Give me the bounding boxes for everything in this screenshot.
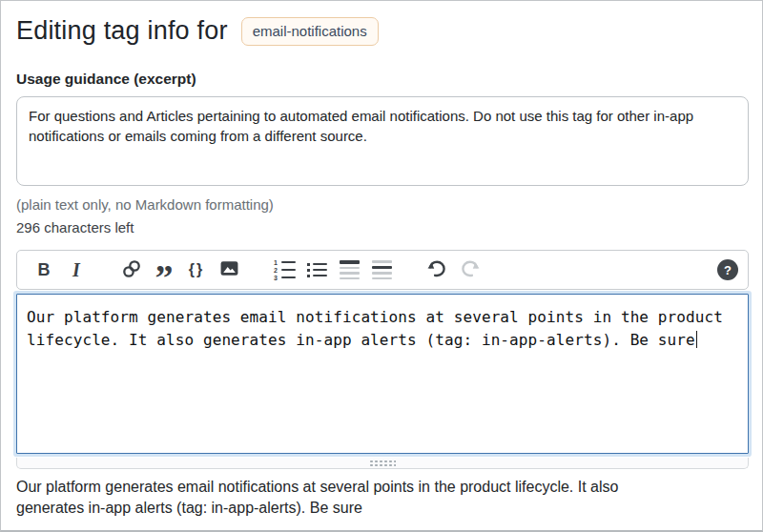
heading-icon bbox=[340, 260, 360, 279]
help-icon: ? bbox=[724, 263, 732, 277]
horizontal-rule-icon bbox=[372, 260, 392, 279]
image-button[interactable] bbox=[216, 256, 242, 284]
text-caret bbox=[696, 331, 698, 348]
undo-icon bbox=[426, 257, 448, 282]
code-icon: {} bbox=[189, 261, 204, 278]
horizontal-rule-button[interactable] bbox=[368, 256, 395, 284]
editor-toolbar: B I ” {} bbox=[16, 250, 749, 290]
page-title: Editing tag info for bbox=[16, 16, 228, 46]
preview-text-line: Our platform generates email notificatio… bbox=[16, 477, 747, 498]
usage-guidance-input[interactable]: For questions and Articles pertaining to… bbox=[16, 96, 749, 186]
unordered-list-button[interactable] bbox=[303, 256, 330, 284]
redo-icon bbox=[459, 257, 481, 282]
link-icon bbox=[121, 258, 142, 282]
blockquote-icon: ” bbox=[155, 257, 174, 282]
tag-wiki-editor-input[interactable]: Our platform generates email notificatio… bbox=[16, 294, 749, 454]
redo-button[interactable] bbox=[456, 256, 483, 284]
usage-guidance-label: Usage guidance (excerpt) bbox=[16, 71, 747, 88]
italic-icon: I bbox=[72, 259, 80, 281]
preview-text-line: generates in-app alerts (tag: in-app-ale… bbox=[16, 498, 747, 519]
editor-resize-handle[interactable] bbox=[16, 458, 749, 469]
undo-button[interactable] bbox=[423, 256, 450, 284]
plain-text-hint: (plain text only, no Markdown formatting… bbox=[16, 196, 747, 213]
tag-edit-page: Editing tag info for email-notifications… bbox=[0, 0, 763, 532]
editor-text-line: Our platform generates email notificatio… bbox=[27, 306, 738, 329]
heading-button[interactable] bbox=[336, 256, 362, 284]
blockquote-button[interactable]: ” bbox=[151, 256, 177, 284]
unordered-list-icon bbox=[307, 263, 327, 277]
ordered-list-icon: 1 2 3 bbox=[274, 260, 296, 280]
tag-badge[interactable]: email-notifications bbox=[241, 17, 379, 46]
italic-button[interactable]: I bbox=[63, 256, 90, 284]
header: Editing tag info for email-notifications bbox=[16, 16, 747, 46]
editor-text-line: lifecycle. It also generates in-app aler… bbox=[27, 331, 695, 349]
help-button[interactable]: ? bbox=[717, 259, 738, 280]
ordered-list-button[interactable]: 1 2 3 bbox=[271, 256, 298, 284]
image-icon bbox=[219, 258, 239, 281]
grip-dots-icon bbox=[369, 460, 396, 466]
link-button[interactable] bbox=[118, 256, 145, 284]
code-button[interactable]: {} bbox=[183, 256, 210, 284]
markdown-preview: Our platform generates email notificatio… bbox=[16, 477, 747, 519]
bold-button[interactable]: B bbox=[31, 256, 57, 284]
bold-icon: B bbox=[38, 260, 51, 280]
characters-left-counter: 296 characters left bbox=[16, 219, 747, 235]
